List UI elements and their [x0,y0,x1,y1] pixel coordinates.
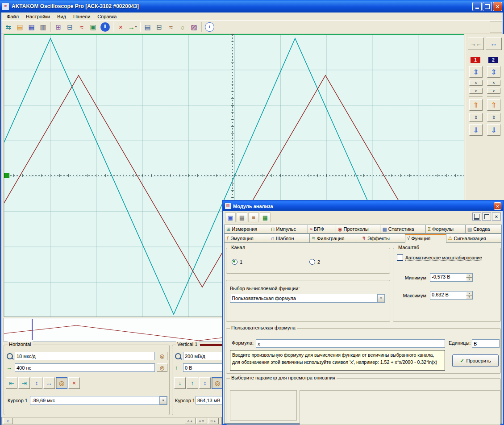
multimeter-button[interactable]: ⊟ [154,21,165,33]
signal-edit-button[interactable]: ≈ [3,418,13,424]
cursor-horizontal-button[interactable]: ↔ [43,377,55,389]
channel-2-radio[interactable] [309,259,315,265]
effekty-icon: ↯ [362,236,366,241]
expand-horizontal-button[interactable]: ↔ [486,38,502,50]
tab-effekty[interactable]: ↯Эффекты [360,233,405,243]
cursor-vertical-button[interactable]: ↕ [199,377,211,389]
print-button[interactable]: ▥ [37,21,49,33]
dock-panel-button[interactable] [472,212,481,221]
move-up-ch2-button[interactable]: ⇑ [487,99,500,111]
menu-help[interactable]: Справка [94,13,120,20]
menu-panels[interactable]: Панели [70,13,93,20]
tab-izmereniya[interactable]: ⊞Измерения [224,225,269,233]
tab-protokoly[interactable]: ◉Протоколы [336,225,380,233]
time-offset-field[interactable]: 400 нс [15,363,155,372]
fine-adjust-ch2-button[interactable]: ⇕ [487,113,500,122]
measure-panel-button[interactable]: ≡ [248,212,259,222]
tab-formuly[interactable]: ΣФормулы [426,225,465,233]
pause-button[interactable]: ‖ [100,22,110,32]
h-cursor-dropdown-button[interactable] [159,396,167,404]
close-button[interactable]: × [493,2,502,11]
tab-shablon[interactable]: ∩Шаблон [269,233,310,243]
scroll-end-button[interactable]: ⇥ [18,377,30,389]
ground-level-marker[interactable] [4,173,9,178]
step-down-ch2-button[interactable]: ∨ [487,88,500,94]
signal-generator-button[interactable]: ≈ [165,21,176,33]
tab-funkciya[interactable]: √Функция [405,233,446,243]
units-input[interactable]: В [472,339,500,348]
max-value-field[interactable]: 0,632 В [430,291,473,300]
graph-panel-button[interactable]: ▦ [260,212,271,222]
connect-device-button[interactable]: ⇆ [3,21,14,33]
document-preview-button[interactable]: ⊟ [64,21,75,33]
sweep-knob-button[interactable]: ◎ [56,377,67,389]
scroll-start-button[interactable]: ⇤ [6,377,17,389]
min-value-field[interactable]: -0,573 В [430,273,473,282]
help-button[interactable]: i [205,22,214,32]
clear-signal-button[interactable]: × [115,21,126,33]
move-down-ch1-button[interactable]: ⇓ [469,124,483,136]
move-up-ch1-button[interactable]: ⇑ [469,99,483,111]
export-image-button[interactable]: ▨ [188,21,200,33]
cursor-b-up-button[interactable]: В▲ [208,418,219,424]
channel-1-radio[interactable] [232,259,237,265]
function-combo[interactable]: Пользовательская формула [230,294,385,303]
shift-up-button[interactable]: ↑ [187,377,198,389]
formula-input[interactable]: x [256,339,445,348]
channel-2-label[interactable]: 2 [488,57,498,63]
tab-impuls[interactable]: ⊓Импульс [269,225,308,233]
autoscale-checkbox[interactable] [397,254,403,261]
menu-settings[interactable]: Настройки [23,13,53,20]
clear-cursors-button[interactable]: × [68,377,80,389]
step-up-ch2-button[interactable]: ∧ [487,80,500,86]
document-properties-button[interactable]: ⊞ [53,21,64,33]
step-down-ch1-button[interactable]: ∨ [469,88,483,94]
analysis-module-button[interactable]: ▤ [142,21,153,33]
tab-emulyaciya[interactable]: ƒЭмуляция [224,233,269,243]
info-panel-button[interactable]: ▤ [237,212,247,222]
preview-cursor[interactable] [32,319,33,340]
channel-1-label[interactable]: 1 [471,57,480,63]
shift-down-button[interactable]: ↓ [174,377,186,389]
tab-svodka[interactable]: ▤Сводка [466,225,502,233]
restore-panel-button[interactable] [482,212,491,221]
fit-horizontal-button[interactable]: →← [468,38,484,50]
menu-view[interactable]: Вид [54,13,69,20]
time-scale-knob-button[interactable]: ◎ [157,352,167,360]
cursor-a-up-button[interactable]: А▲ [185,418,196,424]
tab-statistika[interactable]: ▦Статистика [380,225,426,233]
fine-adjust-ch1-button[interactable]: ⇕ [469,113,483,122]
min-spin-up-button[interactable] [466,274,472,278]
minimize-button[interactable] [472,2,482,11]
open-file-button[interactable]: ▤ [14,21,25,33]
restore-button[interactable] [483,2,492,11]
main-toolbar: ⇆▤▦▥⊞⊟≈▣‖×→▾▤⊟≈☼▨i [0,20,504,33]
parameter-list[interactable] [230,390,297,421]
time-scale-field[interactable]: 18 мкс/д [15,352,155,360]
tab-signalizaciya[interactable]: ⚠Сигнализация [446,233,502,243]
min-spin-down-button[interactable] [466,278,472,282]
move-down-ch2-button[interactable]: ⇓ [487,124,500,136]
cursor-a-down-button[interactable]: А▼ [196,418,207,424]
close-panel-button[interactable]: × [492,212,501,221]
max-spin-up-button[interactable] [466,292,472,296]
save-file-button[interactable]: ▦ [26,21,37,33]
capture-oscillogram-button[interactable]: ▣ [87,21,99,33]
max-spin-down-button[interactable] [466,296,472,300]
settings-button[interactable]: ☼ [177,21,188,33]
check-formula-button[interactable]: ✓ Проверить [452,354,499,367]
menu-file[interactable]: Файл [4,13,22,20]
record-signal-button[interactable]: ≈ [76,21,87,33]
position-range-ch2-button[interactable]: ⇕ [487,66,500,78]
position-range-ch1-button[interactable]: ⇕ [469,66,483,78]
h-cursor-combo[interactable]: -89,69 мкс [30,396,167,405]
dialog-close-button[interactable]: × [494,202,501,210]
cursor-vertical-button[interactable]: ↕ [31,377,42,389]
values-panel-button[interactable]: ▣ [225,212,236,222]
tab-filtraciya[interactable]: ≋Фильтрация [310,233,360,243]
tab-bpf[interactable]: ≈БПФ [308,225,336,233]
step-up-ch1-button[interactable]: ∧ [469,80,483,86]
time-offset-knob-button[interactable]: ◎ [157,363,167,372]
marker-tool-button[interactable]: →▾ [127,21,138,33]
function-combo-dropdown-button[interactable] [377,294,385,302]
